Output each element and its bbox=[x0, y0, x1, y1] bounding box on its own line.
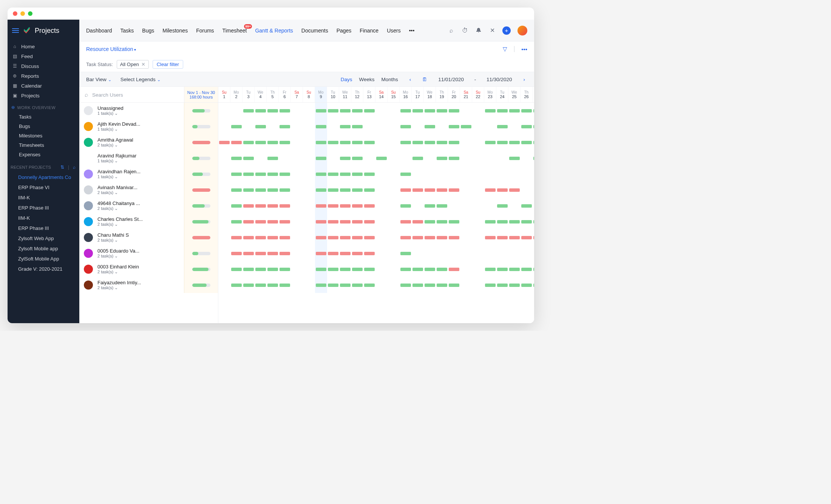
allocation-bar[interactable] bbox=[340, 268, 351, 271]
sidebar-item-home[interactable]: ⌂Home bbox=[8, 42, 79, 51]
tab--[interactable]: ••• bbox=[409, 28, 415, 34]
allocation-bar[interactable] bbox=[280, 204, 290, 208]
filter-chip[interactable]: All Open ✕ bbox=[117, 60, 149, 69]
allocation-bar[interactable] bbox=[400, 252, 411, 255]
allocation-bar[interactable] bbox=[219, 141, 230, 144]
allocation-bar[interactable] bbox=[328, 141, 338, 144]
allocation-bar[interactable] bbox=[400, 268, 411, 271]
allocation-bar[interactable] bbox=[400, 236, 411, 239]
allocation-bar[interactable] bbox=[267, 157, 278, 160]
search-users-input[interactable] bbox=[92, 92, 179, 98]
allocation-bar[interactable] bbox=[412, 141, 423, 144]
allocation-bar[interactable] bbox=[412, 268, 423, 271]
allocation-bar[interactable] bbox=[497, 268, 508, 271]
user-avatar[interactable] bbox=[517, 26, 527, 35]
allocation-bar[interactable] bbox=[267, 204, 278, 208]
allocation-bar[interactable] bbox=[231, 252, 242, 255]
allocation-bar[interactable] bbox=[316, 188, 326, 192]
allocation-bar[interactable] bbox=[255, 252, 266, 255]
search-icon[interactable]: ⌕ bbox=[73, 165, 76, 170]
allocation-bar[interactable] bbox=[425, 236, 435, 239]
allocation-bar[interactable] bbox=[267, 220, 278, 223]
recent-project[interactable]: ERP Phase VI bbox=[8, 182, 79, 193]
allocation-bar[interactable] bbox=[449, 188, 459, 192]
recent-project[interactable]: IIM-K bbox=[8, 213, 79, 223]
allocation-bar[interactable] bbox=[231, 157, 242, 160]
allocation-bar[interactable] bbox=[231, 268, 242, 271]
allocation-bar[interactable] bbox=[328, 220, 338, 223]
allocation-bar[interactable] bbox=[243, 236, 254, 239]
allocation-bar[interactable] bbox=[280, 141, 290, 144]
tab-finance[interactable]: Finance bbox=[360, 28, 378, 34]
allocation-bar[interactable] bbox=[340, 125, 351, 128]
sidebar-item-projects[interactable]: ▣Projects bbox=[8, 91, 79, 100]
allocation-bar[interactable] bbox=[255, 268, 266, 271]
allocation-bar[interactable] bbox=[328, 204, 338, 208]
allocation-bar[interactable] bbox=[364, 173, 375, 176]
recent-project[interactable]: Zylsoft Mobile app bbox=[8, 244, 79, 254]
allocation-bar[interactable] bbox=[449, 284, 459, 287]
allocation-bar[interactable] bbox=[412, 284, 423, 287]
allocation-bar[interactable] bbox=[316, 204, 326, 208]
allocation-bar[interactable] bbox=[255, 141, 266, 144]
allocation-bar[interactable] bbox=[412, 188, 423, 192]
allocation-bar[interactable] bbox=[243, 284, 254, 287]
allocation-bar[interactable] bbox=[509, 109, 520, 113]
allocation-bar[interactable] bbox=[497, 220, 508, 223]
tab-tasks[interactable]: Tasks bbox=[120, 28, 134, 34]
filter-funnel-icon[interactable]: ▽ bbox=[503, 46, 507, 52]
allocation-bar[interactable] bbox=[449, 157, 459, 160]
allocation-bar[interactable] bbox=[425, 220, 435, 223]
date-next-icon[interactable]: › bbox=[521, 77, 528, 82]
tab-bugs[interactable]: Bugs bbox=[142, 28, 154, 34]
allocation-bar[interactable] bbox=[328, 173, 338, 176]
allocation-bar[interactable] bbox=[533, 268, 534, 271]
allocation-bar[interactable] bbox=[412, 109, 423, 113]
allocation-bar[interactable] bbox=[497, 204, 508, 208]
allocation-bar[interactable] bbox=[352, 188, 363, 192]
recent-project[interactable]: ZylSoft Mobile App bbox=[8, 254, 79, 264]
allocation-bar[interactable] bbox=[449, 109, 459, 113]
allocation-bar[interactable] bbox=[243, 173, 254, 176]
allocation-bar[interactable] bbox=[267, 236, 278, 239]
user-tasks-count[interactable]: 2 task(s) bbox=[97, 254, 184, 259]
allocation-bar[interactable] bbox=[509, 188, 520, 192]
allocation-bar[interactable] bbox=[533, 284, 534, 287]
allocation-bar[interactable] bbox=[521, 204, 532, 208]
tab-gantt-reports[interactable]: Gantt & Reports bbox=[255, 28, 293, 34]
allocation-bar[interactable] bbox=[267, 284, 278, 287]
allocation-bar[interactable] bbox=[352, 236, 363, 239]
allocation-bar[interactable] bbox=[412, 220, 423, 223]
user-tasks-count[interactable]: 2 task(s) bbox=[97, 206, 184, 211]
allocation-bar[interactable] bbox=[425, 109, 435, 113]
filter-chip-remove-icon[interactable]: ✕ bbox=[141, 62, 145, 67]
recent-project[interactable]: ERP Phase III bbox=[8, 223, 79, 233]
tools-icon[interactable]: ✕ bbox=[489, 27, 496, 34]
allocation-bar[interactable] bbox=[340, 141, 351, 144]
filter-icon[interactable]: ⇅ bbox=[60, 165, 64, 170]
tab-documents[interactable]: Documents bbox=[301, 28, 328, 34]
allocation-bar[interactable] bbox=[533, 220, 534, 223]
allocation-bar[interactable] bbox=[425, 204, 435, 208]
allocation-bar[interactable] bbox=[400, 204, 411, 208]
allocation-bar[interactable] bbox=[243, 220, 254, 223]
view-mode-dropdown[interactable]: Bar View⌄ bbox=[86, 77, 111, 82]
date-prev-icon[interactable]: ‹ bbox=[407, 77, 414, 82]
scale-months[interactable]: Months bbox=[382, 77, 398, 82]
sidebar-item-feed[interactable]: ▤Feed bbox=[8, 51, 79, 61]
allocation-bar[interactable] bbox=[316, 236, 326, 239]
allocation-bar[interactable] bbox=[255, 204, 266, 208]
allocation-bar[interactable] bbox=[437, 220, 447, 223]
allocation-bar[interactable] bbox=[364, 252, 375, 255]
allocation-bar[interactable] bbox=[340, 157, 351, 160]
allocation-bar[interactable] bbox=[280, 252, 290, 255]
allocation-bar[interactable] bbox=[412, 236, 423, 239]
allocation-bar[interactable] bbox=[485, 284, 496, 287]
tab-pages[interactable]: Pages bbox=[337, 28, 352, 34]
allocation-bar[interactable] bbox=[280, 109, 290, 113]
allocation-bar[interactable] bbox=[340, 284, 351, 287]
work-item-milestones[interactable]: Milestones bbox=[8, 131, 79, 140]
allocation-bar[interactable] bbox=[425, 284, 435, 287]
allocation-bar[interactable] bbox=[231, 141, 242, 144]
allocation-bar[interactable] bbox=[340, 109, 351, 113]
